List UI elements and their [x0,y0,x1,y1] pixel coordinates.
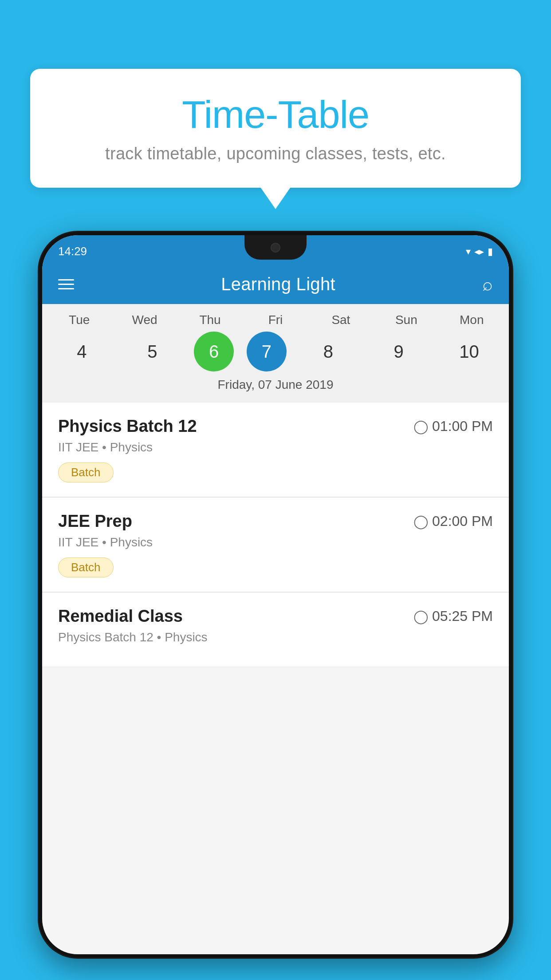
day-4[interactable]: 4 [53,332,110,371]
schedule-item-header-2: JEE Prep ◯ 02:00 PM [58,512,493,531]
day-headers: Tue Wed Thu Fri Sat Sun Mon [42,313,509,327]
day-10[interactable]: 10 [440,332,498,371]
day-7-selected[interactable]: 7 [247,332,287,371]
day-9[interactable]: 9 [370,332,428,371]
day-8[interactable]: 8 [299,332,357,371]
app-header: Learning Light ⌕ [42,264,509,304]
notch [244,235,307,260]
class-time-3: ◯ 05:25 PM [413,608,493,624]
speech-bubble: Time-Table track timetable, upcoming cla… [30,69,521,188]
class-time-1: ◯ 01:00 PM [413,418,493,435]
phone-container: 14:29 ▾ ◂▸ ▮ Learning Light ⌕ [38,231,513,980]
class-time-2: ◯ 02:00 PM [413,513,493,530]
clock-icon-3: ◯ [413,609,429,624]
app-title: Learning Light [221,274,335,294]
class-name-3: Remedial Class [58,607,183,626]
time-value-3: 05:25 PM [432,608,493,624]
day-5[interactable]: 5 [123,332,181,371]
class-details-1: IIT JEE • Physics [58,440,493,454]
class-name-2: JEE Prep [58,512,132,531]
wifi-icon: ▾ [466,246,471,257]
schedule-item-remedial[interactable]: Remedial Class ◯ 05:25 PM Physics Batch … [42,593,509,667]
signal-icon: ◂▸ [474,246,484,257]
schedule-list: Physics Batch 12 ◯ 01:00 PM IIT JEE • Ph… [42,403,509,667]
status-time: 14:29 [58,245,87,258]
battery-icon: ▮ [488,246,493,257]
speech-bubble-container: Time-Table track timetable, upcoming cla… [30,69,521,188]
class-name-1: Physics Batch 12 [58,417,197,436]
day-numbers: 4 5 6 7 8 9 10 [42,332,509,371]
day-6-today[interactable]: 6 [194,332,234,371]
day-label-tue: Tue [51,313,108,327]
day-label-thu: Thu [181,313,239,327]
time-value-2: 02:00 PM [432,513,493,530]
bubble-title: Time-Table [57,93,494,136]
day-label-sun: Sun [378,313,435,327]
phone-frame: 14:29 ▾ ◂▸ ▮ Learning Light ⌕ [38,231,513,959]
selected-date: Friday, 07 June 2019 [42,378,509,398]
phone-screen: 14:29 ▾ ◂▸ ▮ Learning Light ⌕ [42,235,509,954]
day-label-fri: Fri [247,313,304,327]
calendar-strip: Tue Wed Thu Fri Sat Sun Mon 4 5 6 7 8 9 … [42,304,509,403]
time-value-1: 01:00 PM [432,418,493,435]
schedule-item-physics-batch[interactable]: Physics Batch 12 ◯ 01:00 PM IIT JEE • Ph… [42,403,509,497]
bubble-subtitle: track timetable, upcoming classes, tests… [57,144,494,163]
clock-icon-2: ◯ [413,514,429,529]
schedule-item-header-3: Remedial Class ◯ 05:25 PM [58,607,493,626]
day-label-mon: Mon [443,313,500,327]
class-details-3: Physics Batch 12 • Physics [58,630,493,644]
schedule-item-header-1: Physics Batch 12 ◯ 01:00 PM [58,417,493,436]
batch-tag-1: Batch [58,462,114,482]
schedule-item-jee-prep[interactable]: JEE Prep ◯ 02:00 PM IIT JEE • Physics Ba… [42,498,509,592]
hamburger-menu-button[interactable] [58,279,74,289]
class-details-2: IIT JEE • Physics [58,535,493,549]
day-label-sat: Sat [312,313,370,327]
day-label-wed: Wed [116,313,173,327]
clock-icon-1: ◯ [413,419,429,434]
status-icons: ▾ ◂▸ ▮ [466,246,493,257]
search-icon[interactable]: ⌕ [482,274,493,294]
camera-dot [271,243,280,253]
batch-tag-2: Batch [58,557,114,577]
